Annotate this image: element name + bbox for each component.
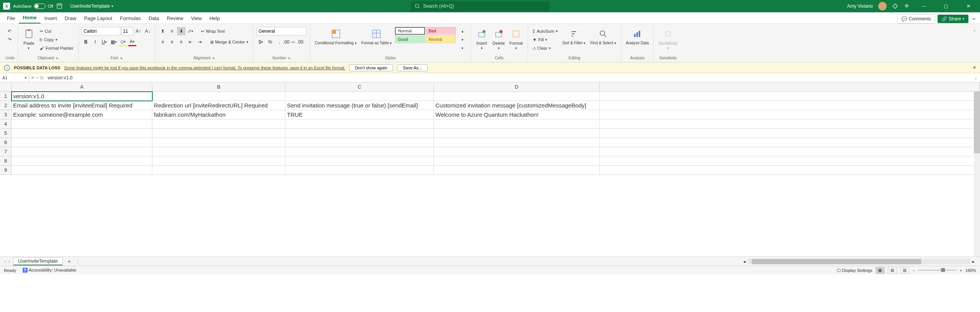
tab-view[interactable]: View [187,13,206,23]
increase-indent-button[interactable]: ⇥ [196,38,204,46]
tab-insert[interactable]: Insert [40,13,61,23]
cell[interactable]: Welcome to Azure Quantum Hackathon! [434,110,600,119]
formula-input[interactable]: version:v1.0 [45,75,972,81]
cell[interactable]: Redirection url [inviteRedirectURL] Requ… [152,101,285,110]
undo-button[interactable]: ↶ [5,27,14,35]
normal-view-button[interactable]: ▦ [875,267,885,274]
maximize-button[interactable]: ▢ [938,0,955,12]
number-format-input[interactable] [256,27,307,35]
cell[interactable]: TRUE [285,110,434,119]
format-as-table-button[interactable]: Format as Table ▾ [360,27,393,46]
tab-draw[interactable]: Draw [61,13,80,23]
select-all-corner[interactable] [0,82,12,91]
zoom-slider[interactable] [918,270,956,271]
save-as-button[interactable]: Save As... [397,64,428,71]
styles-more-button[interactable]: ▼ [458,44,467,52]
row-header[interactable]: 5 [0,129,12,138]
borders-button[interactable]: ▦ ▾ [110,38,118,46]
align-right-button[interactable]: ≡ [177,38,186,46]
spreadsheet-grid[interactable]: ABCD 1version:v1.02Email address to invi… [0,82,980,257]
tab-splitter[interactable]: ⋮ [76,259,80,264]
collapse-ribbon-icon[interactable]: ⌄ [973,28,976,32]
cell[interactable] [600,110,980,119]
filename[interactable]: UserInviteTemplate ▾ [70,3,113,9]
ribbon-chevron-icon[interactable] [971,16,977,22]
cell[interactable] [434,138,600,147]
row-header[interactable]: 8 [0,156,12,166]
zoom-level[interactable]: 160% [965,268,976,273]
fill-color-button[interactable]: ◇ ▾ [119,38,127,46]
clear-button[interactable]: ◇ Clear ▾ [531,44,559,52]
cell[interactable] [600,156,980,166]
minimize-button[interactable]: ─ [915,0,932,12]
cell[interactable] [285,156,434,166]
tab-data[interactable]: Data [145,13,163,23]
cell[interactable] [600,166,980,175]
enter-formula-icon[interactable]: ✓ [35,75,39,81]
redo-button[interactable]: ↷ [5,35,14,44]
expand-formula-bar-icon[interactable]: ⌄ [972,75,980,81]
share-button[interactable]: 🔗 Share ▾ [938,15,968,23]
accessibility-status[interactable]: ♿ Accessibility: Unavailable [22,268,76,273]
row-header[interactable]: 3 [0,110,12,119]
fill-button[interactable]: ▼ Fill ▾ [531,35,559,44]
page-break-view-button[interactable]: ▥ [900,267,909,274]
cell[interactable] [152,92,285,101]
name-box[interactable]: A1 ▾ [0,73,29,82]
styles-down-button[interactable]: ▼ [458,35,467,44]
align-left-button[interactable]: ≡ [159,38,167,46]
increase-font-button[interactable]: A↑ [134,27,143,35]
col-header-A[interactable]: A [12,82,152,91]
dont-show-again-button[interactable]: Don't show again [349,64,393,71]
col-header-D[interactable]: D [434,82,600,91]
align-top-button[interactable]: ⬆ [159,27,167,35]
paste-button[interactable]: Paste ▾ [21,27,37,51]
style-neutral[interactable]: Neutral [426,35,456,43]
cell[interactable] [285,138,434,147]
font-name-input[interactable] [82,27,120,35]
analyze-data-button[interactable]: Analyze Data [624,27,650,46]
cut-button[interactable]: ✂ Cut [38,27,75,35]
cell[interactable] [285,119,434,129]
avatar[interactable] [878,2,887,10]
row-header[interactable]: 6 [0,138,12,147]
cancel-formula-icon[interactable]: ✕ [31,75,35,81]
font-color-button[interactable]: A ▾ [128,38,137,46]
cell[interactable] [12,138,152,147]
cell[interactable] [285,129,434,138]
cell[interactable] [12,129,152,138]
cell[interactable] [434,129,600,138]
horizontal-scrollbar[interactable] [747,259,971,264]
sheet-prev-button[interactable]: ‹ [5,259,6,264]
cell[interactable]: Customized invitation message [customize… [434,101,600,110]
comments-button[interactable]: 💬 Comments [897,14,935,23]
format-painter-button[interactable]: 🖌 Format Painter [38,44,75,52]
decrease-decimal-button[interactable]: ←.00 [293,38,302,46]
increase-decimal-button[interactable]: .00→ [284,38,293,46]
bold-button[interactable]: B [82,38,90,46]
conditional-formatting-button[interactable]: Conditional Formatting ▾ [313,27,358,46]
cell[interactable] [12,156,152,166]
orientation-button[interactable]: ⤢ ▾ [186,27,195,35]
styles-up-button[interactable]: ▲ [458,27,467,35]
cell[interactable]: Send invitation message (true or false) … [285,101,434,110]
cell[interactable] [12,147,152,156]
cell[interactable] [434,156,600,166]
delete-cells-button[interactable]: Delete▾ [491,27,506,51]
tab-help[interactable]: Help [206,13,224,23]
col-header-C[interactable]: C [285,82,434,91]
save-icon[interactable] [56,3,62,9]
decrease-font-button[interactable]: A↓ [143,27,152,35]
cell[interactable] [152,138,285,147]
percent-button[interactable]: % [266,38,274,46]
vertical-scrollbar[interactable] [974,92,980,257]
row-header[interactable]: 2 [0,101,12,110]
dialog-launcher-icon[interactable]: ⬊ [56,56,59,60]
format-cells-button[interactable]: Format▾ [508,27,525,51]
search-input[interactable]: Search (Alt+Q) [411,1,550,11]
close-icon[interactable]: ✕ [973,65,976,70]
cell[interactable] [600,138,980,147]
zoom-in-button[interactable]: + [960,268,962,273]
sparkle-icon[interactable] [904,3,910,9]
wrap-text-button[interactable]: ↩ Wrap Text [199,27,226,35]
